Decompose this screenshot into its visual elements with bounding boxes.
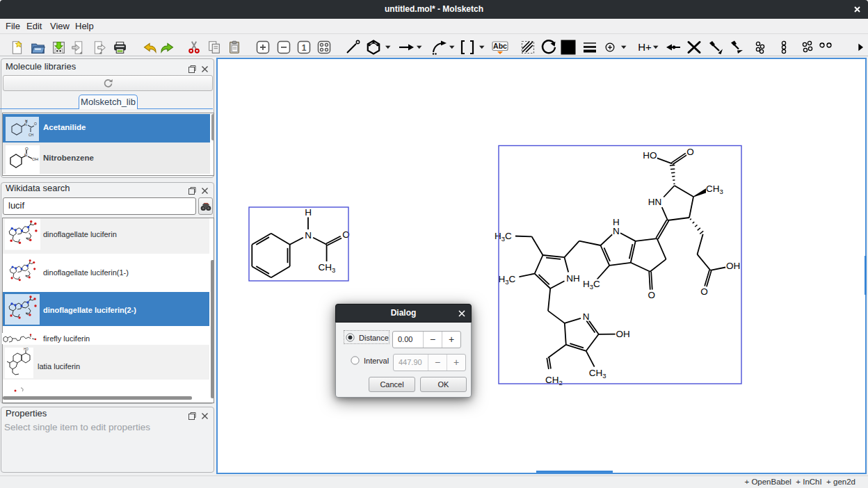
svg-text:O: O bbox=[34, 122, 37, 126]
svg-text:CH: CH bbox=[29, 133, 34, 137]
svg-text:HO: HO bbox=[24, 348, 29, 351]
svg-text:OH: OH bbox=[32, 157, 38, 161]
svg-text:N: N bbox=[24, 122, 27, 127]
svg-text:1: 1 bbox=[302, 43, 307, 53]
svg-text:H+: H+ bbox=[638, 41, 652, 53]
svg-text:Abc: Abc bbox=[493, 42, 507, 50]
svg-text:O: O bbox=[25, 147, 29, 151]
svg-text:N: N bbox=[24, 153, 27, 157]
